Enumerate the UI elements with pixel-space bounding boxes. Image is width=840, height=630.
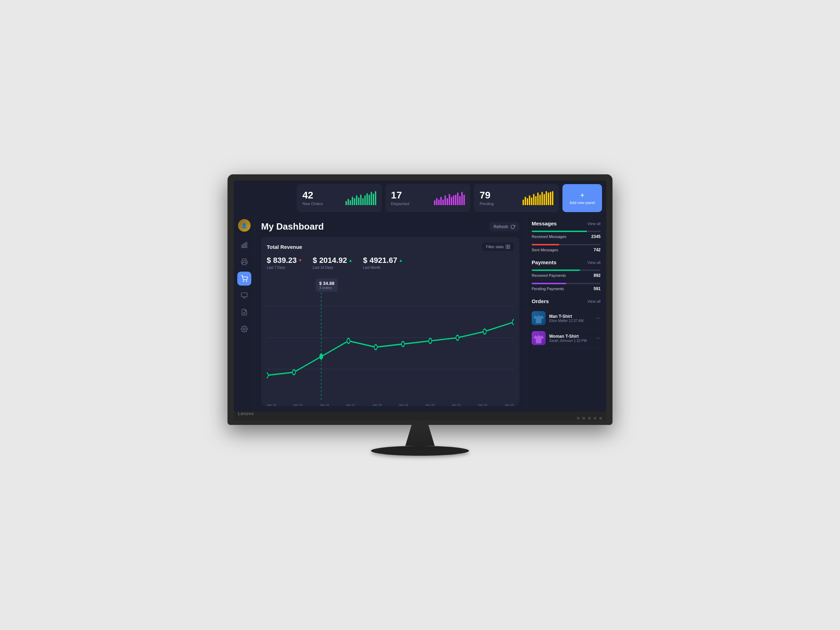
x-label-2: Jan 16 (319, 403, 329, 406)
ctrl-dot-5 (599, 417, 602, 420)
sidebar-item-monitor[interactable] (237, 288, 251, 302)
pending-payments-value: 591 (594, 286, 601, 291)
svg-point-5 (246, 281, 247, 282)
refresh-icon (510, 224, 515, 229)
pending-number: 79 (480, 190, 494, 200)
sent-messages-info: Sent Messages 742 (532, 248, 601, 253)
pending-payments-row: Pending Payments 591 (532, 283, 601, 291)
received-messages-label: Received Messages (532, 235, 566, 239)
dashboard-header: My Dashboard Refresh (261, 221, 519, 232)
svg-point-22 (347, 338, 350, 343)
top-stats-bar: 42 New Orders (234, 181, 606, 216)
order-name-0: Man T-Shirt (549, 314, 592, 319)
order-info-0: Man T-Shirt Elton Møller 12:37 AM (549, 314, 592, 323)
orders-section: Orders View all Man T-Shirt E (532, 298, 601, 348)
pending-payments-label: Pending Payments (532, 287, 564, 291)
order-info-1: Woman T-Shirt Sarah Johnson 1:15 PM (549, 334, 592, 343)
right-panel: Messages View all Received Messages 2345 (526, 216, 606, 412)
svg-point-27 (483, 329, 486, 334)
svg-rect-2 (246, 243, 247, 248)
pending-payments-bar (532, 283, 566, 284)
sidebar-item-orders[interactable] (237, 272, 251, 286)
revenue-numbers: $ 839.23 ▼ Last 7 Days $ 2014.92 ▲ (267, 256, 514, 270)
received-payments-label: Received Payments (532, 273, 566, 278)
payments-view-all[interactable]: View all (587, 261, 601, 265)
x-label-5: Jan 19 (399, 403, 408, 406)
order-item-0[interactable]: Man T-Shirt Elton Møller 12:37 AM ··· (532, 308, 601, 328)
brand-logo: Lenovo (238, 411, 254, 416)
received-payments-value: 892 (594, 273, 601, 278)
order-item-1[interactable]: Woman T-Shirt Sarah Johnson 1:15 PM ··· (532, 328, 601, 348)
dispatched-label: Dispached (391, 202, 409, 206)
sidebar-item-documents[interactable] (237, 305, 251, 319)
received-payments-bar (532, 270, 580, 271)
svg-rect-0 (242, 245, 243, 248)
x-label-4: Jan 18 (373, 403, 382, 406)
filter-stats-button[interactable]: Filter stats (482, 243, 514, 251)
received-payments-bar-container (532, 270, 601, 271)
sidebar-item-print[interactable] (237, 255, 251, 269)
revenue-14days-period: Last 14 Days (313, 266, 353, 270)
refresh-button[interactable]: Refresh (489, 222, 519, 231)
monitor-stand-base (371, 446, 469, 456)
sidebar-item-analytics[interactable] (237, 238, 251, 252)
add-panel-button[interactable]: + Add new panel (562, 184, 602, 212)
stat-card-pending: 79 Pending (474, 184, 559, 212)
messages-header: Messages View all (532, 221, 601, 226)
received-messages-bar (532, 231, 587, 232)
revenue-month-period: Last Month (363, 266, 403, 270)
monitor-bottom-bar: Lenovo (234, 412, 606, 416)
x-label-9: Jan 23 (504, 403, 514, 406)
sent-messages-bar-container (532, 244, 601, 245)
orders-view-all[interactable]: View all (587, 299, 601, 303)
orders-number: 42 (302, 190, 323, 200)
chart-tooltip: $ 34.88 3 orders (316, 279, 338, 292)
payments-header: Payments View all (532, 259, 601, 265)
chart-container: $ 34.88 3 orders (267, 275, 514, 400)
revenue-title: Total Revenue (267, 244, 302, 250)
messages-section: Messages View all Received Messages 2345 (532, 221, 601, 253)
sent-messages-value: 742 (594, 248, 601, 253)
tooltip-orders: 3 orders (319, 286, 334, 290)
pending-payments-bar-container (532, 283, 601, 284)
ctrl-dot-3 (588, 417, 591, 420)
monitor-stand-neck (399, 425, 441, 446)
order-meta-0: Elton Møller 12:37 AM (549, 319, 592, 323)
svg-point-11 (243, 328, 245, 330)
messages-view-all[interactable]: View all (587, 221, 601, 226)
page-title: My Dashboard (261, 221, 324, 232)
avatar[interactable]: 👤 (238, 219, 251, 232)
filter-icon (505, 244, 510, 249)
chart-x-labels: Jan 14 Jan 15 Jan 16 Jan 17 Jan 18 Jan 1… (267, 402, 514, 406)
svg-point-4 (243, 281, 243, 282)
svg-point-25 (429, 338, 431, 343)
received-messages-value: 2345 (591, 234, 601, 239)
revenue-7days: $ 839.23 ▼ Last 7 Days (267, 256, 302, 270)
order-thumb-1 (532, 331, 546, 345)
order-more-1[interactable]: ··· (596, 335, 601, 341)
payments-section: Payments View all Received Payments 892 (532, 259, 601, 291)
messages-title: Messages (532, 221, 557, 226)
revenue-month: $ 4921.67 ▲ Last Month (363, 256, 403, 270)
sidebar-item-settings[interactable] (237, 322, 251, 336)
pending-label: Pending (480, 202, 494, 206)
monitor-bezel: 42 New Orders (227, 174, 613, 425)
tshirt-icon-0 (532, 311, 546, 325)
revenue-card: Total Revenue Filter stats (261, 237, 519, 406)
order-more-0[interactable]: ··· (596, 315, 601, 321)
sent-messages-row: Sent Messages 742 (532, 244, 601, 253)
orders-chart (346, 191, 376, 205)
order-meta-1: Sarah Johnson 1:15 PM (549, 339, 592, 343)
revenue-7days-amount: $ 839.23 ▼ (267, 256, 302, 265)
order-thumb-0 (532, 311, 546, 325)
received-messages-info: Received Messages 2345 (532, 234, 601, 239)
svg-point-24 (401, 342, 404, 346)
content-area: My Dashboard Refresh Total Revenue (255, 216, 526, 412)
bottom-controls (234, 416, 606, 421)
dispatched-number: 17 (391, 190, 409, 200)
revenue-month-amount: $ 4921.67 ▲ (363, 256, 403, 265)
orders-label: New Orders (302, 202, 323, 206)
x-label-7: Jan 21 (452, 403, 461, 406)
add-panel-label: Add new panel (570, 201, 595, 205)
filter-stats-label: Filter stats (486, 245, 504, 249)
